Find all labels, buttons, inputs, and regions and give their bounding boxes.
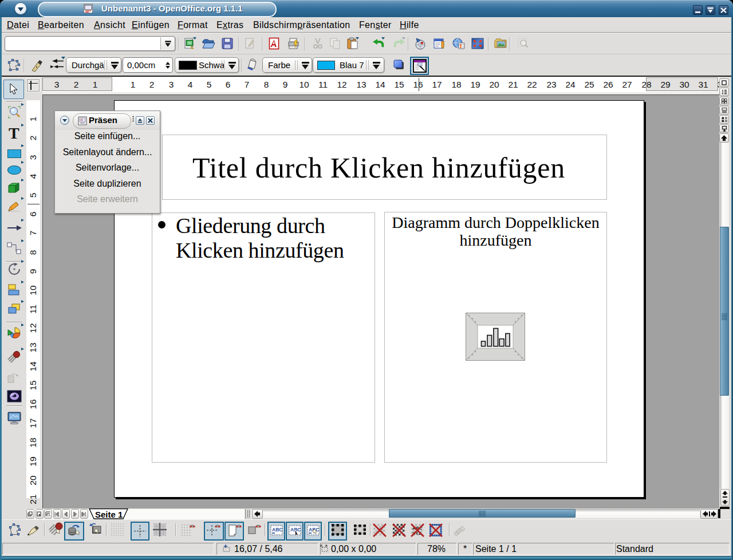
svg-text:ABC: ABC: [272, 527, 282, 533]
